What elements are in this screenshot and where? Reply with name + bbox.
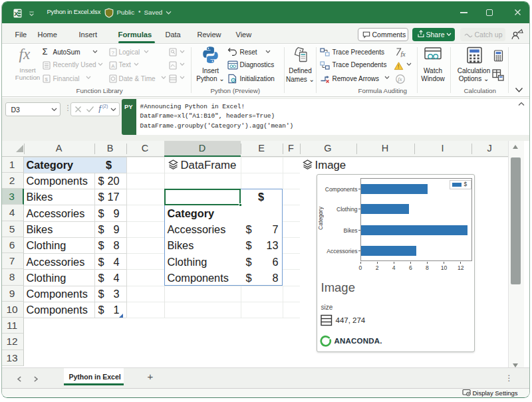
svg-text:?: ? bbox=[111, 49, 114, 55]
svg-text:A: A bbox=[111, 62, 115, 68]
svg-text:X: X bbox=[14, 10, 19, 17]
svg-text:$: $ bbox=[45, 76, 48, 82]
svg-text:!: ! bbox=[398, 63, 399, 70]
svg-text:fx: fx bbox=[400, 50, 406, 57]
svg-text:fx: fx bbox=[398, 76, 402, 82]
